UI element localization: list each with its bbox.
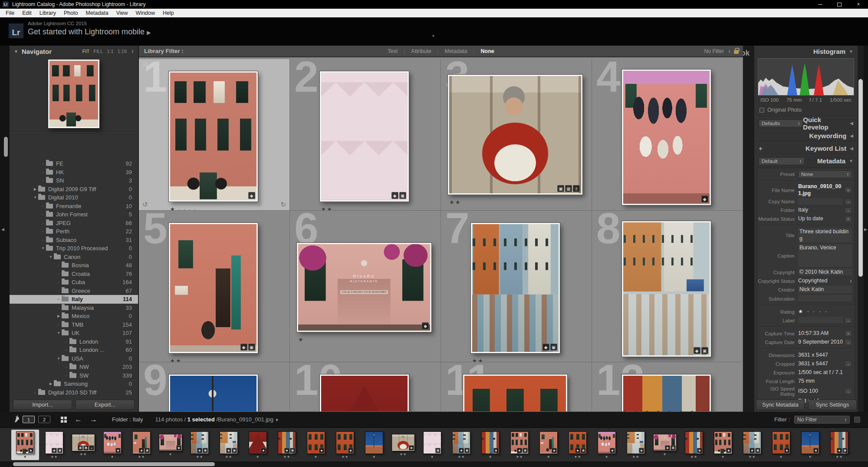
photo-thumbnail-red-umbrella-rooftop[interactable] [320, 374, 409, 412]
filmstrip-thumb-image[interactable]: ▣▦± [72, 434, 95, 451]
menu-item-window[interactable]: Window [132, 10, 159, 16]
filmstrip-thumb-24[interactable]: ◆★★ [680, 430, 708, 460]
metadata-value[interactable]: Burano_0910_001.jpg [798, 183, 843, 197]
nav-zoom-1-16[interactable]: 1:16 [118, 49, 127, 54]
quick-develop-header[interactable]: Defaults ▲▼ Quick Develop ◀ [754, 117, 858, 129]
expand-arrow-icon[interactable]: ▶ [48, 382, 54, 386]
filmstrip-thumb-12[interactable]: ◆★★ [331, 430, 359, 460]
folder-row-uk[interactable]: ▼UK107 [10, 329, 138, 338]
filmstrip-thumb-2[interactable]: ◆▣★★ [40, 430, 68, 460]
filmstrip-thumb-22[interactable]: ◆★★ [622, 430, 650, 460]
copy-badge-icon[interactable]: ▣ [248, 344, 255, 351]
metadata-value[interactable]: ISO 100 [798, 388, 843, 395]
folder-row-canon[interactable]: ▼Canon0 [10, 253, 138, 262]
folder-row-trip-2010-processed[interactable]: ▼Trip 2010 Processed0 [10, 244, 138, 253]
filmstrip-thumb-21[interactable]: ◆★ [593, 430, 621, 460]
menu-item-library[interactable]: Library [36, 10, 60, 16]
collapse-right-panel-icon[interactable]: ▶ [864, 227, 867, 232]
filter-option-attribute[interactable]: Attribute [407, 48, 436, 54]
tag-badge-icon[interactable]: ◆ [701, 195, 708, 202]
photo-count[interactable]: 114 photos / 1 selected /Burano_0910_001… [155, 416, 279, 423]
filmstrip-thumb-17[interactable]: ◆★ [477, 430, 504, 460]
filmstrip-thumb-image[interactable]: ◆ [391, 434, 415, 451]
filmstrip-thumb-23[interactable]: ◆▣★ [651, 430, 679, 460]
collapse-left-panel-icon[interactable]: ◀ [1, 227, 4, 232]
copy-badge-icon[interactable]: ▣ [557, 185, 564, 192]
nav-zoom-1-1[interactable]: 1:1 [107, 49, 113, 54]
maximize-button[interactable] [830, 0, 849, 9]
previous-photo-arrow[interactable]: ← [75, 415, 82, 424]
primary-screen-button[interactable]: 1 [23, 416, 35, 423]
filmstrip-thumb-15[interactable]: ▣★ [418, 430, 446, 460]
filmstrip-thumb-1[interactable]: ◆★ [11, 430, 39, 460]
folder-row-sn[interactable]: ▹SN3 [10, 176, 138, 185]
filmstrip-thumb-image[interactable]: ◆▣ [510, 431, 529, 454]
painter-tool-icon[interactable] [11, 414, 20, 424]
sync-settings-button[interactable]: Sync Settings [808, 400, 857, 410]
import-button[interactable]: Import... [13, 400, 72, 410]
arrow-action-icon[interactable]: → [845, 339, 852, 345]
filmstrip-thumb-image[interactable]: ◆▣ [45, 431, 63, 454]
right-panel-scrollbar[interactable] [858, 79, 863, 277]
star-rating[interactable]: ★★ [472, 358, 484, 362]
metadata-value[interactable]: ★ · · · · [798, 308, 852, 315]
photo-thumbnail-house-entrance-wheelchair[interactable]: ◆▣ [169, 223, 258, 353]
star-rating[interactable]: ★★ [321, 206, 333, 211]
collapse-arrow-icon[interactable]: ▼ [40, 246, 46, 250]
lightroom-mobile-promo[interactable]: Get started with Lightroom mobile ▶ [28, 27, 151, 36]
filter-toggle-button[interactable] [854, 417, 860, 423]
grid-cell-3[interactable]: 3▣▦±★★ [441, 59, 592, 211]
folder-row-perth[interactable]: ▹Perth22 [10, 227, 138, 236]
metadata-value[interactable]: 75 mm [798, 378, 852, 385]
tag-badge-icon[interactable]: ◆ [422, 322, 429, 329]
photo-thumbnail-rooftops-blue-sky[interactable] [169, 374, 258, 412]
leaf-arrow-icon[interactable]: ▹ [63, 374, 69, 378]
tag-badge-icon[interactable]: ◆ [391, 192, 398, 199]
grid-view-icon[interactable] [61, 417, 67, 423]
folder-row-john-forrest[interactable]: ▹John Forrest5 [10, 210, 138, 219]
metadata-value[interactable]: Nick Katin [798, 286, 852, 294]
filmstrip-thumb-25[interactable]: ◆★ [709, 430, 737, 460]
leaf-arrow-icon[interactable]: ▹ [32, 391, 38, 394]
nav-zoom-fit[interactable]: FIT [82, 49, 90, 54]
star-rating[interactable]: ★★ [170, 358, 182, 362]
adj-badge-icon[interactable]: ± [573, 185, 580, 192]
filmstrip-thumb-19[interactable]: ◆★ [535, 430, 562, 460]
navigator-header[interactable]: ▼ Navigator FITFILL1:11:16▲▼ [10, 46, 138, 57]
filmstrip-thumb-image[interactable]: ◆ [249, 431, 267, 454]
folder-row-london[interactable]: ▹London91 [10, 338, 138, 346]
photo-thumbnail-elderly-woman-lacemaking[interactable]: ▣▦± [448, 75, 582, 195]
filmstrip-thumb-27[interactable]: ◆★ [767, 430, 795, 460]
metadata-value[interactable] [798, 198, 843, 205]
list-action-icon[interactable]: ≡ [845, 187, 852, 193]
rotate-right-icon[interactable]: ↻ [280, 201, 286, 209]
panel-toggle-icon[interactable]: ◀ [850, 146, 853, 151]
leaf-arrow-icon[interactable]: ▹ [63, 340, 69, 344]
filter-option-metadata[interactable]: Metadata [440, 48, 471, 54]
filmstrip-thumb-image[interactable]: ◆▣ [132, 431, 151, 454]
filmstrip-thumb-image[interactable]: ◆▣ [830, 431, 848, 454]
tag-badge-icon[interactable]: ◆ [248, 192, 255, 199]
arrow-action-icon[interactable]: → [845, 199, 852, 205]
folder-row-sw[interactable]: ▹SW339 [10, 371, 138, 380]
tag-badge-icon[interactable]: ◆ [240, 344, 247, 351]
arrow-action-icon[interactable]: → [845, 317, 852, 324]
folder-row-malaysia[interactable]: ▹Malaysia33 [10, 304, 138, 312]
folder-row-hk[interactable]: ▹HK39 [10, 168, 138, 177]
tag-badge-icon[interactable]: ◆ [542, 344, 549, 351]
filmstrip-thumb-11[interactable]: ◆★ [302, 430, 330, 460]
filmstrip-thumb-20[interactable]: ◆▣★★ [564, 430, 592, 460]
secondary-screen-button[interactable]: 2 [38, 416, 50, 423]
leaf-arrow-icon[interactable]: ▹ [56, 263, 62, 267]
metadata-value[interactable]: 3631 x 5447 [798, 361, 843, 368]
grid-cell-9[interactable]: 9 [139, 362, 290, 412]
grid-cell-1[interactable]: 1⚐◆★ · · · ·↺↻▤ [139, 59, 290, 211]
arrow-action-icon[interactable]: → [845, 388, 852, 394]
filmstrip-thumb-image[interactable]: ◆ [627, 431, 645, 454]
panel-toggle-icon[interactable]: ◀ [850, 121, 853, 126]
grid-cell-6[interactable]: 6RIVARCRISTORANTECALLE S.MAURO VIA DI MA… [290, 211, 441, 362]
photo-thumbnail-orange-building-shutters[interactable] [463, 374, 567, 412]
collapse-arrow-icon[interactable]: ▼ [48, 255, 54, 259]
photo-thumbnail-laundry-pink-building[interactable]: ◆ [622, 70, 711, 205]
metadata-value[interactable]: Up to date [798, 215, 843, 222]
